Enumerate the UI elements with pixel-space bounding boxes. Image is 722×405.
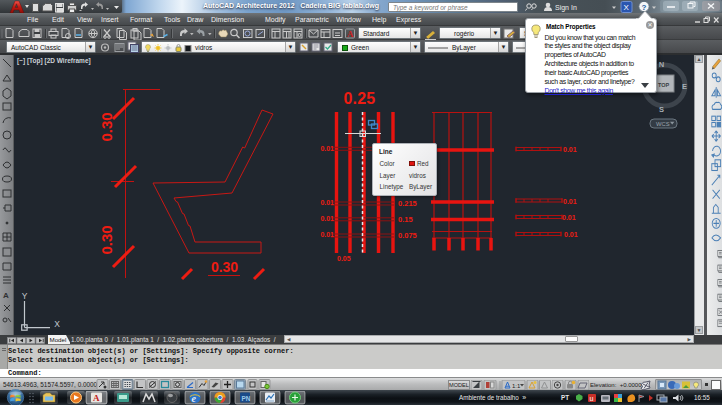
svg-text:TOP: TOP: [658, 82, 670, 88]
svg-text:X: X: [54, 319, 60, 329]
svg-text:0.01: 0.01: [564, 231, 578, 238]
svg-text:0.05: 0.05: [337, 255, 351, 262]
svg-text:Sign In: Sign In: [555, 4, 577, 12]
svg-text:N: N: [659, 60, 664, 69]
svg-text:1:1: 1:1: [512, 383, 521, 389]
svg-text:0.01: 0.01: [563, 146, 577, 153]
svg-text:e: e: [192, 393, 197, 404]
svg-text:A: A: [93, 393, 100, 403]
svg-text:0.01: 0.01: [563, 198, 577, 205]
svg-text:0.15: 0.15: [398, 215, 413, 224]
svg-text:X: X: [624, 3, 630, 12]
svg-text:0.30: 0.30: [98, 112, 115, 141]
svg-text:0.01: 0.01: [320, 231, 334, 238]
svg-text:E: E: [682, 82, 687, 91]
svg-text:A: A: [347, 29, 354, 39]
svg-text:u: u: [590, 395, 594, 402]
svg-text:Y: Y: [22, 291, 28, 301]
svg-text:WCS: WCS: [656, 121, 670, 127]
svg-text:PN: PN: [242, 395, 251, 402]
svg-text:0.25: 0.25: [344, 90, 376, 107]
svg-text:A: A: [3, 291, 9, 300]
svg-text:0.30: 0.30: [98, 225, 115, 254]
svg-text:S: S: [659, 105, 664, 114]
svg-text:0.01: 0.01: [320, 199, 334, 206]
svg-text:0.01: 0.01: [320, 215, 334, 222]
svg-text:0.215: 0.215: [398, 199, 417, 208]
svg-text:0.01: 0.01: [320, 145, 334, 152]
svg-text:0.30: 0.30: [211, 259, 238, 275]
svg-text:0.075: 0.075: [398, 231, 417, 240]
svg-text:0.01: 0.01: [562, 214, 576, 221]
